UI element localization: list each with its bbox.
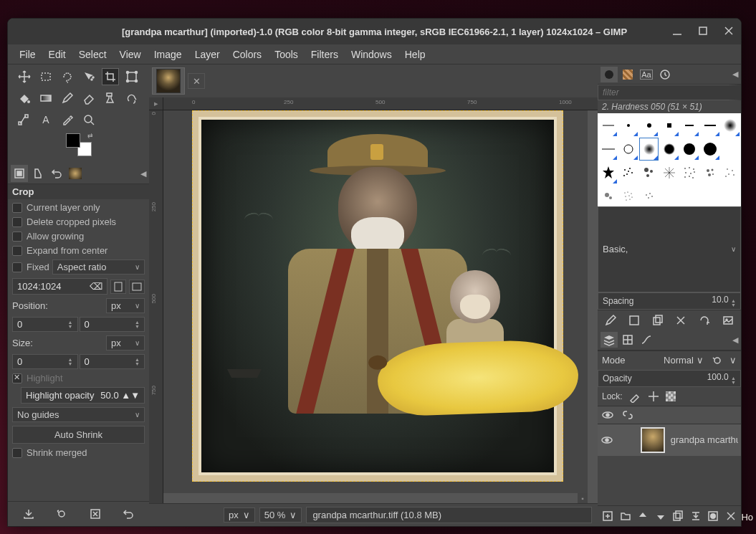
swap-colors-icon[interactable]: ⇄ [87, 132, 93, 139]
layer-row-0[interactable]: grandpa mcarthur [598, 424, 741, 456]
close-image-tab-button[interactable]: ✕ [188, 73, 205, 89]
size-h-input[interactable]: 0▲▼ [80, 354, 145, 369]
lock-alpha-icon[interactable] [666, 391, 676, 401]
canvas-image[interactable] [192, 110, 563, 482]
position-y-input[interactable]: 0▲▼ [80, 317, 145, 332]
clear-icon[interactable]: ⌫ [90, 281, 102, 292]
menu-layer[interactable]: Layer [189, 46, 226, 63]
dock-menu-icon[interactable]: ◀ [140, 169, 146, 178]
open-as-image-icon[interactable] [720, 313, 736, 328]
guides-dropdown[interactable]: No guides∨ [12, 407, 145, 422]
lower-layer-icon[interactable] [654, 509, 668, 523]
tool-options-tab-icon[interactable] [11, 165, 28, 182]
layer-name-label[interactable]: grandpa mcarthur [671, 434, 738, 445]
undo-history-tab-icon[interactable] [48, 165, 65, 182]
image-tab-0[interactable] [152, 67, 185, 95]
brush-filter-field[interactable] [598, 85, 741, 100]
link-column-icon[interactable] [620, 409, 636, 421]
eye-column-icon[interactable] [600, 409, 616, 421]
brush-cell[interactable] [618, 161, 638, 184]
auto-shrink-button[interactable]: Auto Shrink [12, 426, 145, 444]
dock-menu-icon[interactable]: ◀ [732, 335, 738, 345]
bucket-fill-tool-icon[interactable] [16, 90, 32, 106]
paths-tab-icon[interactable] [638, 332, 655, 348]
maximize-button[interactable] [695, 23, 711, 39]
brush-cell[interactable] [659, 138, 679, 161]
text-tool-icon[interactable]: A [38, 112, 54, 128]
clone-tool-icon[interactable] [102, 90, 118, 106]
crop-tool-icon[interactable] [102, 69, 118, 85]
brush-cell[interactable] [618, 114, 638, 137]
highlight-opacity-slider[interactable]: Highlight opacity50.0 ▲▼ [21, 387, 145, 404]
menu-view[interactable]: View [114, 46, 147, 63]
brush-cell[interactable] [598, 161, 618, 184]
landscape-orientation-button[interactable] [129, 280, 145, 294]
dock-menu-icon[interactable]: ◀ [732, 70, 738, 79]
brush-cell[interactable] [659, 114, 679, 137]
brush-cell[interactable] [700, 138, 719, 161]
layers-tab-icon[interactable] [601, 332, 618, 348]
mode-reset-icon[interactable] [711, 354, 724, 367]
brush-cell[interactable] [598, 114, 618, 137]
mask-layer-icon[interactable] [706, 509, 720, 523]
fg-color-swatch[interactable] [66, 133, 80, 148]
blend-mode-dropdown[interactable]: Normal∨ [664, 355, 704, 366]
position-unit-dropdown[interactable]: px∨ [106, 298, 145, 313]
delete-preset-icon[interactable] [87, 506, 104, 522]
brush-cell[interactable] [680, 114, 699, 137]
free-select-tool-icon[interactable] [59, 69, 75, 85]
layer-visibility-toggle[interactable] [601, 434, 615, 447]
menu-file[interactable]: File [14, 46, 42, 63]
close-button[interactable] [721, 23, 737, 39]
color-swatches[interactable]: ⇄ [66, 133, 92, 156]
delete-cropped-checkbox[interactable]: Delete cropped pixels [12, 216, 145, 227]
color-picker-tool-icon[interactable] [59, 112, 75, 128]
delete-brush-icon[interactable] [673, 313, 689, 328]
expand-from-center-checkbox[interactable]: Expand from center [12, 245, 145, 256]
new-brush-icon[interactable] [626, 313, 642, 328]
brush-cell[interactable] [639, 161, 659, 184]
eraser-tool-icon[interactable] [81, 90, 97, 106]
zoom-dropdown[interactable]: 50 %∨ [259, 507, 302, 523]
size-unit-dropdown[interactable]: px∨ [106, 335, 145, 351]
new-layer-icon[interactable] [601, 509, 615, 523]
save-preset-icon[interactable] [20, 506, 37, 522]
menu-filters[interactable]: Filters [305, 46, 344, 63]
edit-brush-icon[interactable] [603, 313, 618, 328]
brush-cell[interactable] [721, 161, 740, 184]
menu-tools[interactable]: Tools [269, 46, 304, 63]
move-tool-icon[interactable] [16, 69, 32, 85]
new-group-icon[interactable] [618, 509, 633, 523]
size-w-input[interactable]: 0▲▼ [12, 354, 78, 369]
horizontal-scrollbar[interactable] [163, 493, 578, 503]
current-layer-only-checkbox[interactable]: Current layer only [12, 202, 145, 213]
position-x-input[interactable]: 0▲▼ [12, 317, 78, 332]
brush-cell[interactable] [659, 161, 679, 184]
rect-select-tool-icon[interactable] [38, 69, 54, 85]
brush-cell[interactable] [598, 138, 618, 161]
brush-cell[interactable] [639, 114, 659, 137]
lock-pixels-icon[interactable] [628, 390, 641, 403]
menu-colors[interactable]: Colors [227, 46, 267, 63]
zoom-tool-icon[interactable] [81, 112, 97, 128]
spacing-slider[interactable]: Spacing10.0 ▲▼ [598, 292, 741, 310]
brush-cell[interactable] [618, 138, 638, 161]
lock-position-icon[interactable] [647, 390, 660, 403]
shrink-merged-checkbox[interactable]: Shrink merged [12, 447, 145, 458]
brush-preset-dropdown[interactable]: Basic,∨ [598, 206, 741, 292]
horizontal-ruler[interactable]: 0 250 500 750 1000 [163, 97, 588, 110]
allow-growing-checkbox[interactable]: Allow growing [12, 231, 145, 242]
menu-help[interactable]: Help [399, 46, 431, 63]
opacity-slider[interactable]: Opacity100.0 ▲▼ [598, 370, 741, 387]
ruler-origin-toggle[interactable]: ▸ [149, 97, 163, 110]
patterns-tab-icon[interactable] [619, 67, 636, 82]
raise-layer-icon[interactable] [636, 509, 650, 523]
smudge-tool-icon[interactable] [124, 90, 140, 106]
brush-cell[interactable] [700, 161, 719, 184]
pencil-tool-icon[interactable] [59, 90, 75, 106]
unit-dropdown[interactable]: px∨ [224, 507, 255, 523]
minimize-button[interactable] [669, 23, 685, 39]
quick-nav-icon[interactable]: ▪ [578, 493, 588, 503]
images-tab-icon[interactable] [67, 165, 84, 182]
menu-select[interactable]: Select [73, 46, 113, 63]
